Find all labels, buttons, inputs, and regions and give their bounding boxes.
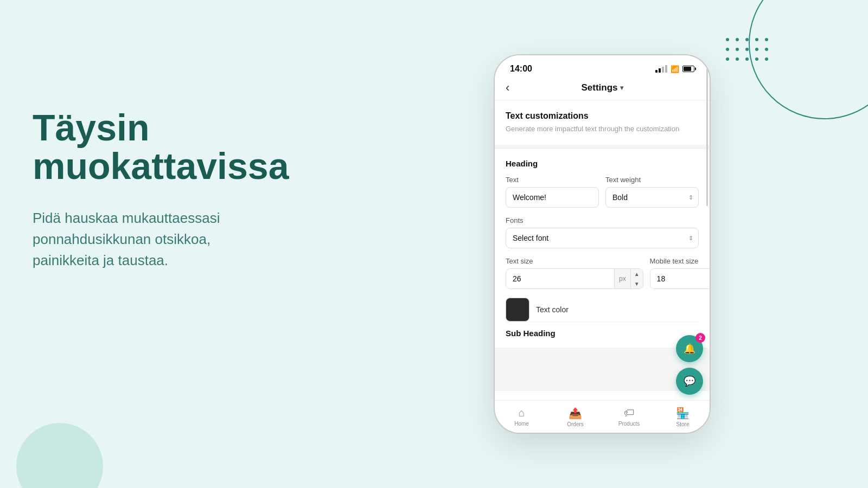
text-size-group: Text size px ▲ ▼	[506, 257, 643, 289]
battery-icon	[682, 66, 694, 72]
sub-text: Pidä hauskaa mukauttaessasi ponnahdusikk…	[33, 208, 289, 271]
dropdown-chevron-icon[interactable]: ▾	[620, 84, 623, 92]
signal-icon	[655, 65, 667, 73]
text-label: Text	[506, 176, 599, 184]
fonts-select-wrapper: Select font	[506, 228, 699, 248]
nav-item-products[interactable]: 🏷 Products	[602, 401, 656, 433]
left-section: Täysin muokattavissa Pidä hauskaa mukaut…	[33, 108, 289, 271]
fab-container: 🔔 2 💬	[676, 335, 703, 395]
wifi-icon: 📶	[671, 65, 679, 73]
text-size-up-button[interactable]: ▲	[631, 269, 643, 279]
store-icon: 🏪	[676, 407, 690, 420]
scroll-indicator	[706, 100, 708, 206]
notification-badge: 2	[695, 333, 705, 343]
text-size-input[interactable]	[506, 269, 614, 288]
status-time: 14:00	[510, 64, 532, 74]
text-color-label: Text color	[536, 305, 569, 314]
section-description: Generate more impactful text through the…	[506, 124, 699, 134]
nav-label-products: Products	[618, 421, 640, 427]
status-bar: 14:00 📶	[495, 55, 710, 78]
header-title: Settings ▾	[581, 82, 623, 93]
text-input[interactable]	[506, 187, 599, 208]
section-title: Text customizations	[506, 111, 699, 121]
text-color-swatch[interactable]	[506, 298, 529, 322]
mobile-text-size-group: Mobile text size	[650, 257, 710, 289]
fonts-label: Fonts	[506, 216, 699, 224]
text-size-row: Text size px ▲ ▼ Mobile text size	[506, 257, 699, 289]
mobile-text-size-input-wrapper	[650, 268, 710, 289]
phone-frame: 14:00 📶 ‹ Settings ▾ Text cu	[494, 54, 711, 434]
font-select[interactable]: Select font	[506, 228, 699, 248]
heading-form-section: Heading Text Text weight Bold Regular	[495, 149, 710, 348]
text-weight-select[interactable]: Bold Regular Medium Extra Bold	[605, 187, 699, 208]
text-weight-row: Text Text weight Bold Regular Medium Ext…	[506, 176, 699, 208]
phone-mockup: 14:00 📶 ‹ Settings ▾ Text cu	[494, 54, 711, 434]
bottom-nav: ⌂ Home 📤 Orders 🏷 Products 🏪 Store	[495, 400, 710, 433]
text-size-stepper[interactable]: ▲ ▼	[630, 269, 643, 288]
text-size-label: Text size	[506, 257, 643, 265]
decorative-circle-bottom-left	[16, 423, 103, 488]
fab-notification-button[interactable]: 🔔 2	[676, 335, 703, 362]
text-field-group: Text	[506, 176, 599, 208]
products-icon: 🏷	[624, 407, 635, 419]
orders-icon: 📤	[569, 407, 582, 420]
main-heading: Täysin muokattavissa	[33, 108, 289, 186]
dot-grid-decoration	[726, 38, 770, 63]
nav-item-home[interactable]: ⌂ Home	[495, 401, 548, 433]
text-weight-label: Text weight	[605, 176, 699, 184]
text-customizations-card: Text customizations Generate more impact…	[495, 100, 710, 145]
text-color-row: Text color	[506, 298, 699, 322]
text-size-down-button[interactable]: ▼	[631, 279, 643, 288]
text-weight-select-wrapper: Bold Regular Medium Extra Bold	[605, 187, 699, 208]
text-weight-group: Text weight Bold Regular Medium Extra Bo…	[605, 176, 699, 208]
nav-label-orders: Orders	[567, 421, 584, 427]
text-size-input-wrapper: px ▲ ▼	[506, 268, 643, 289]
nav-label-store: Store	[676, 421, 690, 427]
mobile-text-size-input[interactable]	[650, 269, 710, 288]
mobile-text-size-label: Mobile text size	[650, 257, 710, 265]
nav-label-home: Home	[514, 421, 529, 427]
status-icons: 📶	[655, 65, 694, 73]
home-icon: ⌂	[518, 407, 525, 419]
fonts-group: Fonts Select font	[506, 216, 699, 248]
notification-icon: 🔔	[684, 343, 695, 355]
text-size-unit: px	[614, 269, 630, 288]
sub-heading-section-title: Sub Heading	[506, 322, 699, 338]
nav-item-orders[interactable]: 📤 Orders	[548, 401, 602, 433]
chat-icon: 💬	[684, 375, 695, 387]
fab-chat-button[interactable]: 💬	[676, 368, 703, 395]
heading-section-title: Heading	[506, 159, 699, 168]
back-button[interactable]: ‹	[506, 81, 509, 95]
app-header: ‹ Settings ▾	[495, 78, 710, 100]
nav-item-store[interactable]: 🏪 Store	[656, 401, 710, 433]
